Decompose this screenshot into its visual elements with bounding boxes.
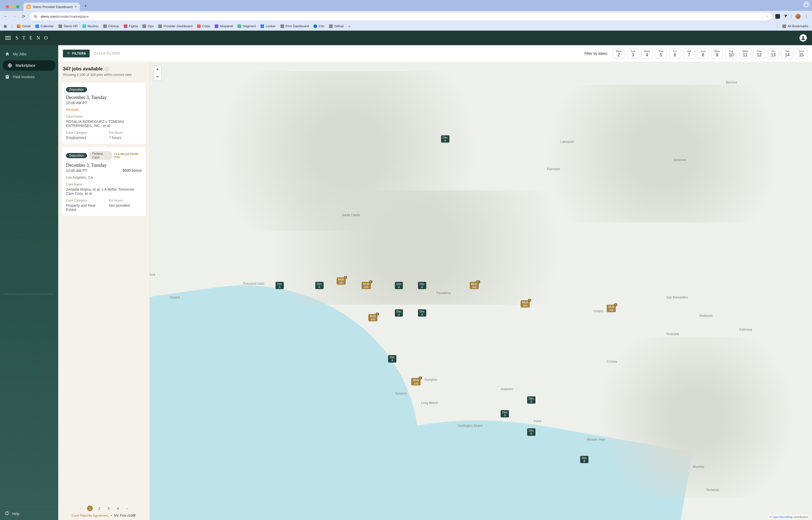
site-info-icon[interactable]: ⇆ bbox=[33, 14, 39, 19]
map-pin-date[interactable]: Dec4 bbox=[395, 309, 403, 317]
bookmark-calendar[interactable]: Calendar bbox=[35, 24, 54, 28]
filters-button[interactable]: FILTERS bbox=[63, 50, 90, 57]
map-pin-multi-job[interactable]: MultiJob57 bbox=[470, 282, 479, 289]
map-pin-date[interactable]: Dec4 bbox=[395, 282, 403, 289]
bookmarks-overflow[interactable]: » bbox=[349, 24, 350, 28]
back-button[interactable]: ← bbox=[3, 14, 8, 19]
zoom-out-button[interactable]: − bbox=[154, 73, 162, 80]
job-card[interactable]: DepositionFederal Case11.5 MILES FROM YO… bbox=[62, 147, 146, 216]
sidebar-label: Marketplace bbox=[16, 63, 35, 68]
menu-toggle-icon[interactable] bbox=[5, 36, 11, 40]
pager-next[interactable]: › bbox=[124, 505, 130, 511]
info-icon[interactable]: i bbox=[105, 67, 109, 71]
pager-prev[interactable]: ‹ bbox=[78, 505, 83, 511]
card-list[interactable]: DepositionDecember 3, Tuesday10:00 AM PT… bbox=[58, 79, 149, 502]
close-window-icon[interactable] bbox=[6, 5, 9, 8]
clear-filters-button[interactable]: CLEAR FILTERS bbox=[94, 52, 120, 55]
date-pill-10[interactable]: Tue10 bbox=[725, 48, 737, 59]
sidebar-help[interactable]: Help bbox=[0, 507, 58, 520]
bookmark-star-icon[interactable]: ☆ bbox=[765, 15, 769, 19]
date-pill-13[interactable]: Fri13 bbox=[767, 48, 779, 59]
bookmark-clio[interactable]: Clio bbox=[314, 24, 324, 28]
account-icon[interactable] bbox=[799, 34, 807, 42]
bookmark-firm-dashboard[interactable]: Firm Dashboard bbox=[280, 24, 309, 28]
pager-page-2[interactable]: 2 bbox=[96, 505, 102, 511]
chrome-menu-icon[interactable]: ⋮ bbox=[804, 14, 809, 19]
browser-tab[interactable]: Steno Provider Dashboard × bbox=[23, 3, 80, 11]
date-pill-2[interactable]: Mon2 bbox=[613, 48, 625, 59]
date-pill-8[interactable]: Sun8 bbox=[697, 48, 709, 59]
osm-link[interactable]: OpenStreetMap bbox=[772, 515, 793, 518]
sidebar-item-marketplace[interactable]: Marketplace bbox=[3, 60, 56, 71]
bookmark-segment[interactable]: Segment bbox=[238, 24, 256, 28]
date-pill-11[interactable]: Wed11 bbox=[739, 48, 751, 59]
date-pill-4[interactable]: Wed4 bbox=[641, 48, 653, 59]
brand-logo[interactable]: S T E N O bbox=[16, 35, 49, 41]
date-pill-3[interactable]: Tue3 bbox=[627, 48, 639, 59]
pager-page-3[interactable]: 3 bbox=[106, 505, 112, 511]
reload-button[interactable]: ⟳ bbox=[21, 14, 26, 19]
map-pin-date[interactable]: Dec9 bbox=[418, 309, 426, 317]
sidebar-item-my-jobs[interactable]: My Jobs bbox=[0, 49, 58, 59]
map-pin-date[interactable]: Dec6 bbox=[527, 396, 536, 404]
map-pin-multi-job[interactable]: MultiJob2 bbox=[521, 300, 530, 308]
pager-page-1[interactable]: 1 bbox=[87, 505, 93, 511]
map-pin-date[interactable]: Dec4 bbox=[388, 355, 396, 362]
bookmark-ops[interactable]: Ops bbox=[143, 24, 154, 28]
map-pin-date[interactable]: Dec9 bbox=[580, 456, 588, 463]
zoom-in-button[interactable]: + bbox=[154, 66, 162, 73]
bookmark-github[interactable]: Github bbox=[329, 24, 344, 28]
map-pin-multi-job[interactable]: MultiJob2 bbox=[411, 378, 420, 385]
sidebar-item-paid-invoices[interactable]: Paid Invoices bbox=[0, 72, 58, 82]
map-pin-multi-job[interactable]: MultiJob4 bbox=[362, 282, 371, 289]
toolbar-divider: | bbox=[791, 14, 792, 19]
case-name: ROSALIA RODRIGUEZ v TOMDAN ENTERPRISES, … bbox=[66, 120, 142, 128]
bookmark-clickup[interactable]: Clickup bbox=[103, 24, 119, 28]
profile-avatar-icon[interactable] bbox=[795, 14, 801, 19]
map-pin-date[interactable]: Dec9 bbox=[500, 410, 509, 417]
bookmark-mixpanel[interactable]: Mixpanel bbox=[215, 24, 233, 28]
bookmark-steno-hr[interactable]: Steno HR bbox=[58, 24, 78, 28]
list-footer: Court Reporter Agreement • NV: Firm #108… bbox=[58, 512, 149, 520]
maximize-window-icon[interactable] bbox=[16, 5, 19, 8]
map-pin-date[interactable]: Dec4 bbox=[441, 135, 449, 142]
map-city-label: Calimesa bbox=[739, 328, 752, 332]
pager-page-4[interactable]: 4 bbox=[115, 505, 121, 511]
bookmarks-bar: ▦ | Gmail Calendar Steno HR Nuclino Clic… bbox=[0, 22, 812, 31]
new-tab-button[interactable]: + bbox=[81, 3, 90, 11]
extension-icon[interactable] bbox=[776, 14, 780, 19]
date-pill-12[interactable]: Thu12 bbox=[753, 48, 765, 59]
bookmark-figma[interactable]: Figma bbox=[124, 24, 138, 28]
map-pin-multi-job[interactable]: MultiJob3 bbox=[607, 305, 616, 312]
date-pill-15[interactable]: Sun15 bbox=[795, 48, 807, 59]
apps-grid-icon[interactable]: ▦ bbox=[4, 24, 7, 28]
date-pill-14[interactable]: Sat14 bbox=[781, 48, 793, 59]
tabs-overflow-button[interactable]: ⌄ bbox=[803, 1, 809, 7]
map-pin-date[interactable]: Dec6 bbox=[418, 282, 426, 289]
all-bookmarks[interactable]: All Bookmarks bbox=[782, 24, 808, 28]
map-pin-date[interactable]: Dec6 bbox=[527, 428, 536, 436]
minimize-window-icon[interactable] bbox=[11, 5, 14, 8]
window-controls[interactable] bbox=[3, 5, 22, 11]
date-pill-9[interactable]: Mon9 bbox=[711, 48, 723, 59]
bookmark-gmail[interactable]: Gmail bbox=[17, 24, 31, 28]
address-bar[interactable]: ⇆ steno.com/provider/marketplace ☆ bbox=[30, 12, 772, 20]
job-card[interactable]: DepositionDecember 3, Tuesday10:00 AM PT… bbox=[62, 83, 146, 144]
map-pin-date[interactable]: Dec5 bbox=[275, 282, 284, 289]
map-pin-multi-job[interactable]: MultiJob5 bbox=[368, 314, 377, 321]
agreement-link[interactable]: Court Reporter Agreement bbox=[72, 514, 108, 517]
date-pill-5[interactable]: Thu5 bbox=[655, 48, 667, 59]
map-pin-date[interactable]: Dec6 bbox=[315, 282, 324, 289]
bookmark-coda[interactable]: Coda bbox=[197, 24, 210, 28]
hours-label: Est Hours: bbox=[109, 131, 142, 134]
date-pill-6[interactable]: Fri6 bbox=[669, 48, 681, 59]
bookmark-nuclino[interactable]: Nuclino bbox=[82, 24, 99, 28]
showing-label: Showing 1-100 of 320 jobs within current… bbox=[63, 73, 145, 77]
bookmark-provider-dashboard[interactable]: Provider Dashboard bbox=[158, 24, 192, 28]
bookmark-looker[interactable]: Looker bbox=[261, 24, 275, 28]
map-pin-multi-job[interactable]: MultiJob2 bbox=[337, 278, 346, 285]
extensions-menu-icon[interactable]: ⧩ bbox=[784, 14, 787, 19]
tab-close-icon[interactable]: × bbox=[75, 5, 77, 9]
map-pane[interactable]: BarstowLancasterPalmdaleVictorvilleSanta… bbox=[150, 62, 812, 520]
date-pill-7[interactable]: Sat7 bbox=[683, 48, 695, 59]
